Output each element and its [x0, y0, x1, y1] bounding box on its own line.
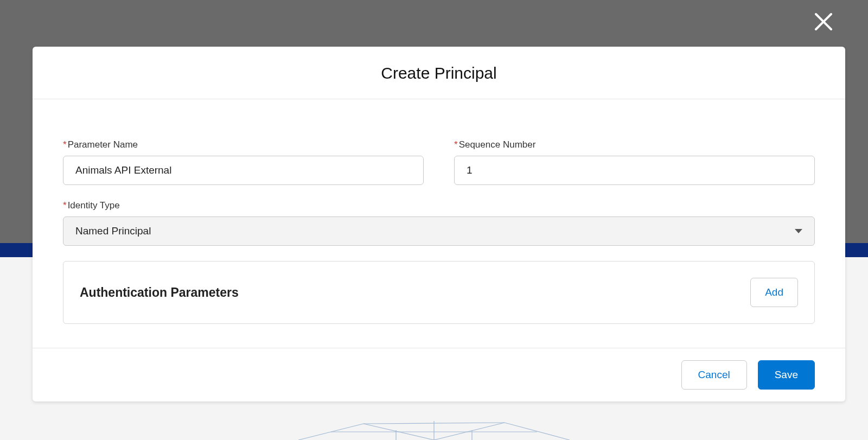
chevron-down-icon: [795, 229, 802, 233]
parameter-name-label-text: Parameter Name: [68, 139, 138, 150]
required-asterisk: *: [63, 200, 67, 211]
sequence-number-input[interactable]: [454, 156, 815, 185]
modal-header: Create Principal: [33, 47, 845, 99]
identity-type-selected-value: Named Principal: [75, 225, 151, 237]
required-asterisk: *: [454, 139, 458, 150]
modal-footer: Cancel Save: [33, 348, 845, 401]
modal-title: Create Principal: [43, 64, 834, 82]
cancel-button[interactable]: Cancel: [681, 360, 747, 390]
sequence-number-label-text: Sequence Number: [459, 139, 536, 150]
identity-type-label-text: Identity Type: [68, 200, 120, 211]
svg-line-3: [505, 423, 570, 440]
required-asterisk: *: [63, 139, 67, 150]
authentication-parameters-title: Authentication Parameters: [80, 285, 239, 300]
parameter-name-label: *Parameter Name: [63, 139, 424, 150]
save-button[interactable]: Save: [758, 360, 815, 390]
modal-body: *Parameter Name *Sequence Number *Identi…: [33, 99, 845, 348]
identity-type-select[interactable]: Named Principal: [63, 216, 815, 246]
close-icon: [813, 11, 834, 33]
sequence-number-label: *Sequence Number: [454, 139, 815, 150]
backdrop-illustration: [298, 418, 570, 440]
svg-line-2: [434, 423, 505, 440]
add-authentication-parameter-button[interactable]: Add: [750, 278, 798, 307]
close-modal-button[interactable]: [813, 11, 834, 33]
create-principal-modal: Create Principal *Parameter Name *Sequen…: [33, 47, 845, 401]
parameter-name-input[interactable]: [63, 156, 424, 185]
authentication-parameters-card: Authentication Parameters Add: [63, 261, 815, 324]
identity-type-label: *Identity Type: [63, 200, 815, 211]
